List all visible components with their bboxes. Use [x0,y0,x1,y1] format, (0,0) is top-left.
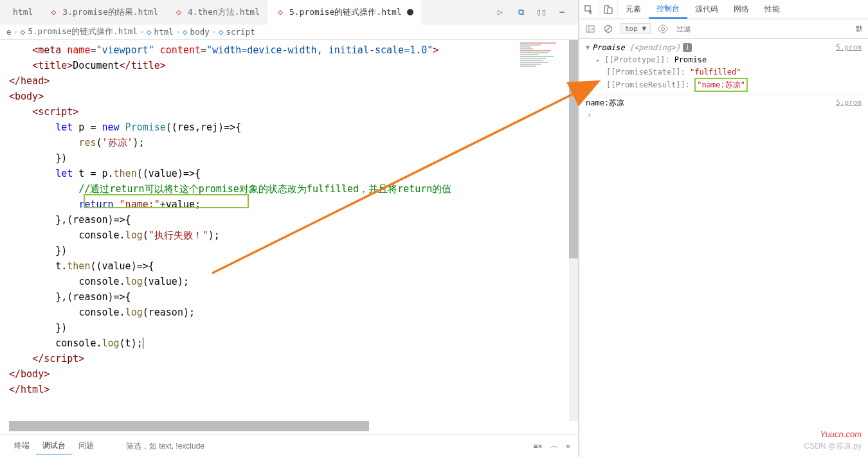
log-text: name:苏凉 [586,97,624,109]
tab-sources[interactable]: 源代码 [687,0,726,19]
expand-arrow-icon[interactable]: ▸ [596,57,600,64]
crumb-file[interactable]: ◇ 5.promise的链式操作.html [21,26,138,37]
crumb-html[interactable]: ◇ html [147,27,174,37]
file-label: 4.then方法.html [188,6,260,18]
context-selector[interactable]: top ▼ [620,23,651,34]
breadcrumb: e › ◇ 5.promise的链式操作.html › ◇ html › ◇ b… [0,24,578,40]
tag-icon: ◇ [147,27,152,37]
promise-state-row: [[PromiseState]]: "fulfilled" [583,66,864,78]
tab-elements[interactable]: 元素 [618,0,649,19]
devtools-pane: 元素 控制台 源代码 网络 性能 top ▼ 默 ▼ Promise {<pen… [579,0,868,457]
filter-input[interactable] [126,442,255,451]
clear-console-icon[interactable] [602,23,614,35]
editor-body[interactable]: <meta name="viewport" content="width=dev… [0,40,578,421]
watermark-yuucn: Yuucn.com [820,429,862,439]
sidebar-toggle-icon[interactable] [584,23,596,35]
tab-chain-operation[interactable]: ◇ 5.promise的链式操作.html [267,0,421,24]
crumb-body[interactable]: ◇ body [183,27,210,37]
tab-problems[interactable]: 问题 [72,438,100,454]
watermark-csdn: CSDN @苏凉.py [804,441,862,452]
device-toggle-icon[interactable] [599,0,618,19]
svg-line-6 [606,26,611,31]
info-icon[interactable]: i [683,43,692,52]
file-icon: ◇ [21,27,26,37]
code-area[interactable]: <meta name="viewport" content="width=dev… [9,42,451,397]
console-filter-input[interactable] [675,24,766,34]
tab-debug-console[interactable]: 调试台 [36,438,72,454]
crumb-script[interactable]: ◇ script [219,27,255,37]
chevron-right-icon: › [140,28,144,35]
tab-terminal[interactable]: 终端 [8,438,36,454]
console-body: ▼ Promise {<pending>} i 5.prom ▸ [[Proto… [579,39,868,123]
chevron-right-icon: › [176,28,180,35]
bottom-actions: ≡⨯ ︿ ✕ [533,440,570,451]
split-editor-icon[interactable]: ▯▯ [536,6,547,18]
file-label: html [13,7,33,17]
dirty-indicator [407,9,413,15]
close-icon[interactable]: ✕ [566,442,570,451]
editor-pane: html ◇ 3.promise的结果.html ◇ 4.then方法.html… [0,0,579,457]
source-link[interactable]: 5.prom [836,42,862,53]
inspect-element-icon[interactable] [579,0,599,19]
svg-point-7 [662,27,665,30]
horizontal-scrollbar[interactable] [9,421,369,431]
tab-performance[interactable]: 性能 [757,0,788,19]
file-label: 3.promise的结果.html [62,6,158,18]
tab-then-method[interactable]: ◇ 4.then方法.html [166,0,267,24]
chevron-right-icon: › [212,28,216,35]
console-row-promise[interactable]: ▼ Promise {<pending>} i 5.prom [583,41,864,54]
tab-network[interactable]: 网络 [726,0,757,19]
crumb-root[interactable]: e [6,27,12,37]
tab-promise-result[interactable]: ◇ 3.promise的结果.html [41,0,166,24]
file-label: 5.promise的链式操作.html [289,6,402,18]
promise-result-row: [[PromiseResult]]: "name:苏凉" [583,78,864,92]
bottom-panel: 终端 调试台 问题 ≡⨯ ︿ ✕ [0,434,578,457]
tag-icon: ◇ [219,27,224,37]
console-toolbar: top ▼ 默 [579,19,868,39]
list-icon[interactable]: ≡⨯ [533,442,542,451]
console-row-log[interactable]: name:苏凉 5.prom [583,94,864,109]
file-icon: ◇ [48,7,59,17]
tab-bar: html ◇ 3.promise的结果.html ◇ 4.then方法.html… [0,0,578,24]
svg-rect-2 [608,8,612,13]
open-preview-icon[interactable]: ⧉ [515,6,527,18]
prototype-row[interactable]: ▸ [[Prototype]]: Promise [583,54,864,66]
tab-actions: ▷ ⧉ ▯▯ ⋯ [494,6,573,18]
file-icon: ◇ [275,7,285,17]
expand-arrow-icon[interactable]: ▼ [586,42,590,53]
devtools-tabs: 元素 控制台 源代码 网络 性能 [579,0,868,19]
scrollbar-thumb[interactable] [569,40,578,258]
vertical-scrollbar[interactable] [569,40,578,421]
more-icon[interactable]: ⋯ [556,6,568,18]
tag-icon: ◇ [183,27,188,37]
default-levels[interactable]: 默 [856,24,863,33]
run-icon[interactable]: ▷ [494,6,506,18]
file-icon: ◇ [174,7,184,17]
source-link[interactable]: 5.prom [836,97,862,109]
chevron-right-icon: › [14,28,18,35]
minimap[interactable] [520,42,572,81]
tab-html[interactable]: html [5,0,41,24]
chevron-up-icon[interactable]: ︿ [550,440,558,451]
eye-icon[interactable] [657,23,669,35]
console-prompt[interactable]: › [583,109,864,121]
tab-console[interactable]: 控制台 [649,0,687,19]
